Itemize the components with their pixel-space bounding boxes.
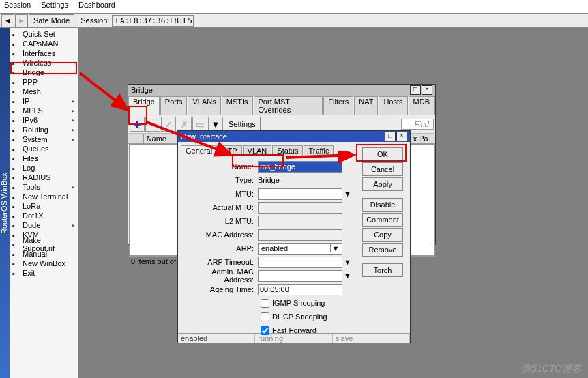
tab-filters[interactable]: Filters bbox=[323, 96, 353, 115]
sidebar-item-wireless[interactable]: ▪Wireless bbox=[10, 58, 78, 68]
sidebar-item-dot1x[interactable]: ▪Dot1X bbox=[10, 211, 78, 220]
apply-button[interactable]: Apply bbox=[362, 177, 403, 191]
tab-bridge[interactable]: Bridge bbox=[128, 96, 160, 115]
tab-port-mst-overrides[interactable]: Port MST Overrides bbox=[254, 96, 323, 115]
work-area: Bridge □× BridgePortsVLANsMSTIsPort MST … bbox=[78, 28, 588, 378]
disable-button[interactable]: ✗ bbox=[177, 117, 192, 132]
find-box[interactable]: Find bbox=[401, 119, 434, 130]
menu-dashboard[interactable]: Dashboard bbox=[78, 1, 115, 9]
bridge-title: Bridge bbox=[131, 86, 153, 94]
disable-button[interactable]: Disable bbox=[362, 198, 403, 212]
sidebar-item-capsman[interactable]: ▪CAPsMAN bbox=[10, 39, 78, 48]
tab-mdb[interactable]: MDB bbox=[409, 96, 435, 115]
forward-button[interactable]: ► bbox=[15, 14, 28, 27]
min-icon[interactable]: □ bbox=[385, 132, 396, 141]
type-value: Bridge bbox=[258, 176, 280, 184]
sidebar-item-ipv6[interactable]: ▪IPv6▸ bbox=[10, 115, 78, 125]
amac-input[interactable] bbox=[258, 270, 342, 282]
dhcp-checkbox[interactable] bbox=[261, 312, 269, 321]
arp-select[interactable]: enabled▼ bbox=[258, 243, 342, 255]
add-button[interactable]: ✚ bbox=[130, 117, 145, 132]
tab-vlans[interactable]: VLANs bbox=[188, 96, 220, 115]
sidebar-item-dude[interactable]: ▪Dude▸ bbox=[10, 220, 78, 230]
remove-button[interactable]: − bbox=[145, 117, 160, 132]
tab-nat[interactable]: NAT bbox=[354, 96, 378, 115]
sidebar-item-interfaces[interactable]: ▪Interfaces bbox=[10, 48, 78, 58]
igmp-label: IGMP Snooping bbox=[272, 299, 325, 307]
item-icon: ▪ bbox=[12, 203, 20, 210]
tab-mstis[interactable]: MSTIs bbox=[222, 96, 253, 115]
copy-button[interactable]: Copy bbox=[362, 228, 403, 242]
tab-ports[interactable]: Ports bbox=[160, 96, 188, 115]
item-icon: ▪ bbox=[12, 231, 20, 239]
igmp-checkbox[interactable] bbox=[261, 299, 269, 308]
brand-strip: RouterOS WinBox bbox=[0, 28, 10, 378]
close-icon[interactable]: × bbox=[396, 132, 407, 141]
sidebar-item-new-terminal[interactable]: ▪New Terminal bbox=[10, 192, 78, 201]
sidebar-item-exit[interactable]: ▪Exit bbox=[10, 268, 78, 278]
sidebar-item-mpls[interactable]: ▪MPLS▸ bbox=[10, 106, 78, 115]
comment-button[interactable]: Comment bbox=[362, 213, 403, 227]
col-header[interactable] bbox=[128, 134, 144, 143]
sidebar-item-radius[interactable]: ▪RADIUS bbox=[10, 173, 78, 182]
sidebar-item-bridge[interactable]: ▪Bridge bbox=[10, 68, 78, 77]
menu-session[interactable]: Session bbox=[4, 1, 31, 9]
torch-button[interactable]: Torch bbox=[362, 263, 403, 277]
remove-button[interactable]: Remove bbox=[362, 243, 403, 257]
watermark: @51CTO博客 bbox=[522, 363, 581, 375]
sidebar-item-tools[interactable]: ▪Tools▸ bbox=[10, 182, 78, 192]
enable-button[interactable]: ✓ bbox=[161, 117, 176, 132]
dialog-buttons: OK Cancel Apply Disable Comment Copy Rem… bbox=[359, 142, 410, 333]
newif-titlebar[interactable]: New Interface □× bbox=[178, 131, 410, 142]
age-input[interactable] bbox=[258, 284, 342, 295]
item-icon: ▪ bbox=[12, 78, 20, 86]
tab-hosts[interactable]: Hosts bbox=[379, 96, 407, 115]
sidebar-item-system[interactable]: ▪System▸ bbox=[10, 134, 78, 144]
menu-settings[interactable]: Settings bbox=[41, 1, 68, 9]
sidebar-item-queues[interactable]: ▪Queues bbox=[10, 144, 78, 154]
menubar: Session Settings Dashboard bbox=[0, 0, 588, 14]
l2mtu-label: L2 MTU: bbox=[182, 217, 254, 225]
item-icon: ▪ bbox=[12, 241, 20, 248]
name-input[interactable] bbox=[258, 161, 342, 173]
item-icon: ▪ bbox=[12, 155, 20, 162]
filter-button[interactable]: ▼ bbox=[208, 117, 223, 132]
tab-general[interactable]: General bbox=[181, 145, 217, 156]
close-icon[interactable]: × bbox=[422, 85, 432, 95]
amtu-label: Actual MTU: bbox=[182, 203, 254, 212]
ok-button[interactable]: OK bbox=[362, 147, 403, 161]
sidebar-item-files[interactable]: ▪Files bbox=[10, 154, 78, 163]
settings-button[interactable]: Settings bbox=[224, 117, 261, 132]
dhcp-label: DHCP Snooping bbox=[272, 312, 327, 321]
arpt-input[interactable] bbox=[258, 257, 342, 268]
sidebar-item-mesh[interactable]: ▪Mesh bbox=[10, 87, 78, 96]
mtu-input[interactable] bbox=[258, 188, 342, 200]
safe-mode-button[interactable]: Safe Mode bbox=[29, 14, 74, 27]
sidebar-item-new-winbox[interactable]: ▪New WinBox bbox=[10, 259, 78, 268]
amac-label: Admin. MAC Address: bbox=[182, 267, 254, 284]
tab-vlan[interactable]: VLAN bbox=[243, 145, 272, 156]
tab-traffic[interactable]: Traffic bbox=[304, 145, 334, 156]
newif-status: enabled running slave bbox=[178, 333, 410, 343]
sidebar-item-quick-set[interactable]: ▪Quick Set bbox=[10, 29, 78, 39]
age-label: Ageing Time: bbox=[182, 285, 254, 293]
back-button[interactable]: ◄ bbox=[1, 14, 14, 27]
sidebar-item-lora[interactable]: ▪LoRa bbox=[10, 201, 78, 211]
bridge-titlebar[interactable]: Bridge □× bbox=[128, 85, 435, 96]
sidebar-item-make-supout-rif[interactable]: ▪Make Supout.rif bbox=[10, 239, 78, 249]
sidebar-item-ppp[interactable]: ▪PPP bbox=[10, 77, 78, 87]
tab-stp[interactable]: STP bbox=[218, 145, 241, 156]
item-icon: ▪ bbox=[12, 270, 20, 277]
item-icon: ▪ bbox=[12, 117, 20, 124]
sidebar-item-routing[interactable]: ▪Routing▸ bbox=[10, 125, 78, 134]
cancel-button[interactable]: Cancel bbox=[362, 162, 403, 176]
item-icon: ▪ bbox=[12, 88, 20, 96]
sidebar-item-log[interactable]: ▪Log bbox=[10, 163, 78, 173]
newif-title: New Interface bbox=[181, 132, 227, 141]
svg-line-0 bbox=[80, 73, 128, 110]
sidebar-item-ip[interactable]: ▪IP▸ bbox=[10, 96, 78, 106]
item-icon: ▪ bbox=[12, 145, 20, 153]
tab-status[interactable]: Status bbox=[272, 145, 303, 156]
min-icon[interactable]: □ bbox=[410, 85, 421, 95]
comment-button[interactable]: ▭ bbox=[192, 117, 207, 132]
